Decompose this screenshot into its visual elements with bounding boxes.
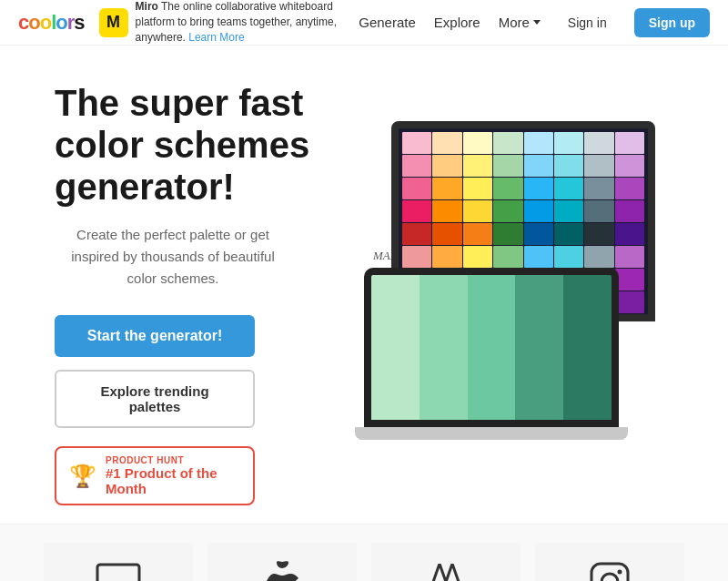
ad-banner: M Miro The online collaborative whiteboa… — [99, 0, 345, 46]
color-swatch — [524, 246, 553, 268]
product-hunt-badge[interactable]: 🏆 Product Hunt #1 Product of the Month — [55, 446, 255, 505]
ad-text: Miro The online collaborative whiteboard… — [136, 0, 345, 46]
color-swatch — [615, 246, 644, 268]
color-swatch — [432, 200, 461, 222]
hero-left: The super fast color schemes generator! … — [55, 82, 346, 505]
svg-point-6 — [602, 574, 618, 581]
signup-button[interactable]: Sign up — [634, 8, 710, 37]
color-swatch — [432, 132, 461, 154]
color-swatch — [402, 132, 431, 154]
laptop-screen — [364, 268, 619, 427]
color-swatch — [402, 246, 431, 268]
adobe-icon-card — [371, 543, 521, 581]
instagram-icon — [590, 562, 630, 581]
color-swatch — [584, 200, 613, 222]
nav-more[interactable]: More — [499, 15, 541, 30]
color-swatch — [615, 132, 644, 154]
color-swatch — [584, 223, 613, 245]
adobe-icon — [427, 564, 465, 581]
palette-color-col — [420, 275, 468, 420]
start-generator-button[interactable]: Start the generator! — [55, 315, 255, 357]
color-swatch — [463, 200, 492, 222]
hero-title: The super fast color schemes generator! — [55, 82, 346, 208]
color-swatch — [554, 223, 583, 245]
navbar-nav: Generate Explore More Sign in Sign up — [359, 8, 710, 37]
monitor-icon — [96, 563, 141, 581]
palette-color-col — [468, 275, 516, 420]
color-swatch — [402, 155, 431, 177]
nav-explore[interactable]: Explore — [434, 15, 480, 30]
color-swatch — [584, 246, 613, 268]
color-swatch — [584, 178, 613, 199]
apple-icon — [265, 561, 299, 581]
color-swatch — [554, 246, 583, 268]
color-swatch — [432, 246, 461, 268]
color-swatch — [615, 178, 644, 199]
color-swatch — [493, 155, 522, 177]
explore-palettes-button[interactable]: Explore trending palettes — [55, 370, 255, 428]
color-swatch — [463, 178, 492, 199]
color-swatch — [463, 223, 492, 245]
signin-button[interactable]: Sign in — [559, 10, 616, 36]
color-swatch — [524, 178, 553, 199]
palette-color-col — [563, 275, 612, 420]
logo[interactable]: coolors — [18, 11, 85, 35]
color-swatch — [493, 223, 522, 245]
svg-rect-0 — [97, 565, 139, 581]
hero-right: EXPLORE MAKE A PALETTE — [364, 121, 673, 467]
color-swatch — [584, 155, 613, 177]
color-swatch — [615, 200, 644, 222]
color-swatch — [524, 155, 553, 177]
bottom-icons-section — [0, 524, 728, 581]
color-swatch — [432, 178, 461, 199]
color-swatch — [463, 246, 492, 268]
color-swatch — [554, 155, 583, 177]
palette-color-col — [371, 275, 420, 420]
svg-point-7 — [618, 570, 622, 575]
laptop-base — [355, 427, 628, 440]
nav-generate[interactable]: Generate — [359, 15, 416, 30]
color-swatch — [524, 132, 553, 154]
instagram-icon-card — [535, 543, 684, 581]
color-swatch — [524, 223, 553, 245]
ad-learn-more-link[interactable]: Learn More — [188, 31, 244, 44]
palette-color-col — [515, 275, 563, 420]
color-swatch — [493, 246, 522, 268]
navbar: coolors M Miro The online collaborative … — [0, 0, 728, 46]
miro-logo: M — [99, 8, 128, 37]
color-swatch — [524, 200, 553, 222]
apple-icon-card — [207, 543, 357, 581]
color-swatch — [554, 200, 583, 222]
color-swatch — [463, 155, 492, 177]
color-swatch — [493, 178, 522, 199]
hero-subtitle: Create the perfect palette or get inspir… — [55, 224, 291, 290]
product-hunt-text: Product Hunt #1 Product of the Month — [106, 455, 240, 496]
color-swatch — [554, 132, 583, 154]
laptop-device — [364, 268, 628, 440]
color-swatch — [463, 132, 492, 154]
color-swatch — [432, 223, 461, 245]
trophy-icon: 🏆 — [69, 464, 96, 489]
hero-section: The super fast color schemes generator! … — [0, 46, 728, 524]
monitor-icon-card — [44, 543, 193, 581]
chevron-down-icon — [533, 20, 541, 25]
color-swatch — [493, 132, 522, 154]
color-swatch — [402, 178, 431, 199]
color-swatch — [615, 155, 644, 177]
coolors-logo-text: coolors — [18, 11, 85, 35]
color-swatch — [615, 223, 644, 245]
color-swatch — [432, 155, 461, 177]
color-swatch — [402, 200, 431, 222]
color-swatch — [493, 200, 522, 222]
color-swatch — [584, 132, 613, 154]
color-swatch — [402, 223, 431, 245]
color-swatch — [554, 178, 583, 199]
